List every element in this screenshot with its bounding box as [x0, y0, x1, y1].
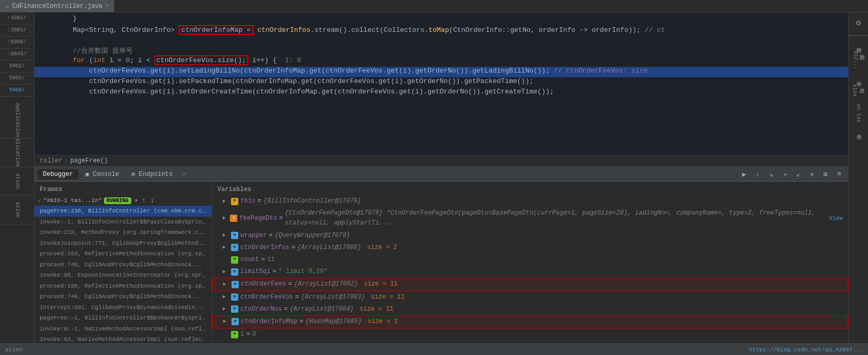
frame-item[interactable]: invoke:218, MethodProxy (org.springframe…: [34, 227, 212, 238]
step-out-button[interactable]: ↗: [779, 170, 791, 179]
code-line: ctnOrderFeeVos.get(i).setPackedTime(ctnO…: [34, 77, 848, 88]
port-5061[interactable]: 5061/: [0, 61, 34, 73]
expand-arrow: ▶: [223, 330, 229, 339]
variable-ctnOrderFees[interactable]: ▶ = ctnOrderFees = {ArrayList@17082} siz…: [212, 278, 848, 291]
var-name: limitSql: [240, 267, 271, 277]
variable-ctnOrderInfos[interactable]: ▶ = ctnOrderInfos = {ArrayList@17080} si…: [212, 242, 848, 254]
frame-text: invokeJoinpoint:771, CglibAopProxy$Cglib…: [40, 240, 209, 246]
file-tab[interactable]: ☕ CdFinanceController.java ×: [0, 0, 114, 12]
variables-panel: Variables ▶ = this = {BillInfoController…: [212, 182, 848, 344]
var-value: {CtnOrderFeePageDto@17078} *CtnOrderFeeP…: [285, 208, 825, 228]
code-content[interactable]: } Map<String, CtnOrderInfo> ctnOrderInfo…: [34, 13, 848, 155]
evaluate-button[interactable]: ✕: [806, 170, 818, 179]
port-8849[interactable]: :8849/: [0, 49, 34, 61]
more-button[interactable]: ≡: [834, 170, 845, 179]
expand-arrow[interactable]: ▶: [223, 243, 229, 252]
sidebar-item-command[interactable]: 命令: [854, 75, 863, 79]
var-equals: =: [246, 329, 250, 339]
sidebar-item-resource[interactable]: 资料: [854, 41, 863, 45]
down-nav[interactable]: ↓: [149, 196, 155, 205]
variable-ctnOrderFeeVos[interactable]: ▶ = ctnOrderFeeVos = {ArrayList@17083} s…: [212, 291, 848, 303]
variables-label: Variables: [217, 186, 251, 193]
view-link[interactable]: View: [829, 214, 843, 223]
variable-i[interactable]: ▶ = i = 0: [212, 328, 848, 340]
variable-limitSql[interactable]: ▶ = limitSql = " limit 0,20": [212, 266, 848, 278]
variable-count[interactable]: ▶ = count = 11: [212, 254, 848, 266]
port-9998[interactable]: :9998/: [0, 37, 34, 49]
status-url[interactable]: https://blog.csdn.net/qq_43907...: [749, 347, 863, 353]
frame-item[interactable]: pageFree:-1, BillInfoController$$Enhance…: [34, 313, 212, 324]
tab-endpoints[interactable]: ⊞ Endpoints: [126, 169, 178, 180]
variable-feePageDto[interactable]: ▶ ! feePageDto = {CtnOrderFeePageDto@170…: [212, 207, 848, 229]
tab-debugger[interactable]: Debugger: [38, 169, 78, 180]
expand-arrow[interactable]: ▶: [223, 317, 229, 326]
port-4001[interactable]: :4001/: [0, 13, 34, 25]
expand-arrow[interactable]: ▶: [223, 280, 229, 289]
port-3001[interactable]: :3001/: [0, 25, 34, 37]
step-over-button[interactable]: ↓: [752, 170, 763, 179]
frame-text: pageFree:-1, BillInfoController$$Enhance…: [40, 315, 212, 321]
var-equals: =: [279, 214, 283, 223]
run-to-cursor-button[interactable]: ↙: [793, 170, 804, 179]
expand-arrow[interactable]: ▶: [223, 214, 228, 222]
label-ation1: ation: [0, 167, 34, 196]
frame-item[interactable]: invokeJoinpoint:771, CglibAopProxy$Cglib…: [34, 238, 212, 249]
line-content: Map<String, CtnOrderInfo> ctnOrderInfoMa…: [56, 25, 847, 35]
editor-area: :4001/ :3001/ :9998/ :8849/ 5061/ 5065/ …: [0, 13, 868, 344]
frame-item[interactable]: intercept:691, CglibAopProxy$DynamicAdvi…: [34, 302, 212, 313]
frame-text: invoke:-1, BillInfoController$$FastClass…: [40, 219, 212, 225]
code-line: //合并数据 提单号: [34, 46, 848, 56]
debug-content: Frames ✓ *XNIO-1 tas...in* RUNNING ▾ ↑ ↓…: [34, 182, 848, 344]
label-ation2: ation: [0, 196, 34, 224]
debug-panel: Debugger ▣ Console ⊞ Endpoints ≡ ▶ ↓ ↘ ↗…: [34, 166, 848, 344]
variable-wrapper[interactable]: ▶ = wrapper = {QueryWrapper@17079}: [212, 230, 848, 242]
var-type-icon: =: [231, 256, 238, 264]
var-name: i: [240, 329, 244, 339]
expand-arrow[interactable]: ▶: [223, 231, 229, 240]
port-5060[interactable]: 5060/: [0, 85, 34, 97]
dropdown-icon[interactable]: ▾: [134, 196, 138, 205]
up-nav[interactable]: ↑: [141, 196, 147, 205]
tab-close-button[interactable]: ×: [106, 3, 109, 9]
frame-text: intercept:691, CglibAopProxy$DynamicAdvi…: [40, 304, 205, 311]
frame-item[interactable]: pageFree:236, BillInfoController (com.xb…: [34, 206, 212, 217]
resume-button[interactable]: ▶: [738, 170, 750, 179]
thread-row: ✓ *XNIO-1 tas...in* RUNNING ▾ ↑ ↓: [34, 195, 212, 206]
frame-item[interactable]: invoke:-1, BillInfoController$$FastClass…: [34, 217, 212, 228]
var-size: size = 11: [367, 292, 404, 302]
var-equals: =: [288, 279, 292, 289]
line-content: ctnOrderFeeVos.get(i).setOrderCreateTime…: [56, 88, 847, 96]
variable-ctnOrderNos[interactable]: ▶ = ctnOrderNos = {ArrayList@17084} size…: [212, 303, 848, 315]
frame-item[interactable]: invoke:95, ExposeInvocationInterceptor (…: [34, 270, 212, 281]
expand-arrow[interactable]: ▶: [223, 305, 229, 313]
sidebar-item-category[interactable]: 分类: [854, 128, 863, 132]
tab-console[interactable]: ▣ Console: [80, 169, 124, 180]
var-type-icon: =: [231, 232, 238, 239]
variable-this[interactable]: ▶ = this = {BillInfoController@17076}: [212, 195, 848, 207]
code-line: Map<String, CtnOrderInfo> ctnOrderInfoMa…: [34, 25, 848, 36]
expand-arrow[interactable]: ▶: [223, 197, 229, 206]
step-into-button[interactable]: ↘: [766, 170, 777, 179]
var-name: ctnOrderNos: [240, 304, 282, 314]
sidebar-item-en-txt[interactable]: en.txt: [854, 102, 862, 125]
settings-button[interactable]: ⊞: [820, 170, 831, 179]
label-application: Application: [0, 102, 34, 138]
port-5065[interactable]: 5065/: [0, 73, 34, 85]
frames-header: Frames: [34, 184, 212, 195]
variable-ctnOrderInfoMap[interactable]: ▶ = ctnOrderInfoMap = {HashMap@17085} si…: [212, 315, 848, 328]
frame-item[interactable]: proceed:749, CglibAopProxy$CglibMethodIn…: [34, 259, 212, 270]
right-sidebar: ⚙ 资料 图片012... 命令 发计xlsx en.txt 分类: [848, 13, 868, 344]
frame-item[interactable]: invoke:0:-1, NativeMethodAccessorImpl (s…: [34, 324, 212, 335]
frame-item[interactable]: proceed:749, CglibAopProxy$CglibMethodIn…: [34, 291, 212, 302]
breadcrumb-part2: pageFree(): [70, 157, 108, 164]
sidebar-item-faji[interactable]: 发计xlsx: [851, 82, 866, 99]
var-equals: =: [269, 231, 272, 241]
settings-panel-button[interactable]: ⚙: [854, 16, 863, 30]
expand-arrow[interactable]: ▶: [223, 293, 229, 301]
expand-arrow[interactable]: ▶: [223, 268, 229, 276]
sidebar-item-image[interactable]: 图片012...: [851, 49, 866, 72]
left-sidebar: :4001/ :3001/ :9998/ :8849/ 5061/ 5065/ …: [0, 13, 34, 344]
frame-item[interactable]: proceed:163, ReflectiveMethodInvocation …: [34, 249, 212, 259]
frame-item[interactable]: proceed:186, ReflectiveMethodInvocation …: [34, 281, 212, 292]
frame-item[interactable]: invoke:62, NativeMethodAccessorImpl (sun…: [34, 334, 212, 344]
